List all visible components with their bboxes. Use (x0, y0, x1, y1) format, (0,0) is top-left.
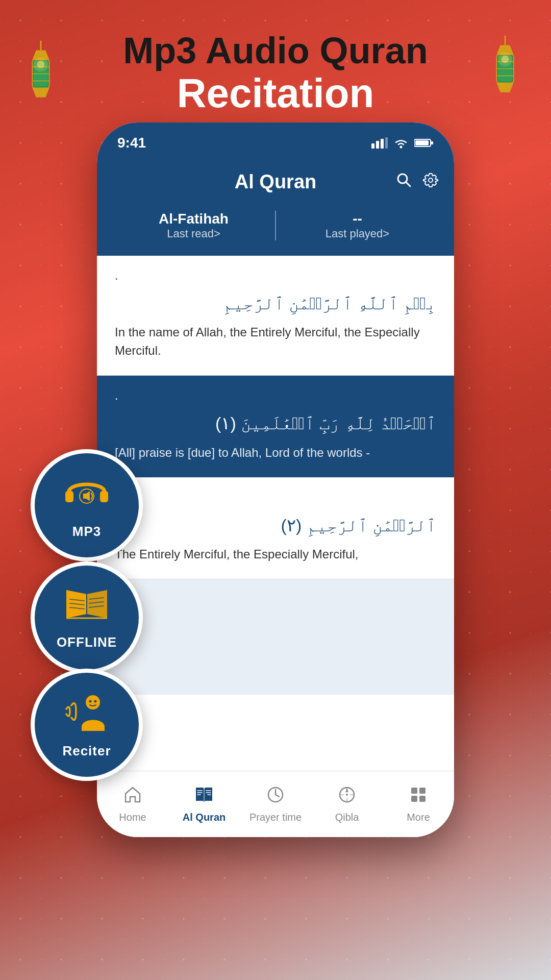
nav-quran[interactable]: Al Quran (168, 786, 240, 823)
verse-translation-3: The Entirely Merciful, the Especially Me… (115, 545, 436, 564)
verse-arabic-1: بِسۡمِ ٱللَّهِ ٱلرَّحۡمَٰنِ ٱلرَّحِيمِ (115, 289, 436, 317)
svg-rect-23 (376, 141, 379, 149)
svg-point-62 (94, 700, 97, 702)
mp3-label: MP3 (72, 524, 101, 540)
home-icon (123, 786, 142, 808)
status-bar: 9:41 (97, 122, 454, 163)
svg-rect-29 (415, 140, 429, 145)
nav-prayer-label: Prayer time (249, 812, 302, 823)
reciter-icon (64, 691, 110, 739)
last-read-label: Last read> (117, 227, 270, 240)
last-divider (275, 211, 276, 240)
verse-translation-2: [All] praise is [due] to Allah, Lord of … (115, 444, 436, 462)
nav-qibla[interactable]: Qibla (311, 786, 383, 823)
svg-point-61 (89, 700, 92, 702)
svg-rect-44 (411, 788, 417, 794)
nav-home-label: Home (119, 812, 146, 823)
quran-icon (194, 786, 214, 808)
verse-card-2[interactable]: · ٱلۡحَمۡدُ لِلَّهِ رَبِّ ٱلۡعَٰلَمِينَ … (97, 376, 454, 477)
svg-rect-47 (419, 796, 425, 802)
app-header: Al Quran (97, 163, 454, 206)
reciter-label: Reciter (62, 743, 111, 759)
phone-frame: 9:41 (97, 122, 454, 837)
verse-card-3[interactable]: · ٱلرَّحۡمَٰنِ ٱلرَّحِيمِ (٢) The Entire… (97, 478, 454, 579)
phone-container: 9:41 (97, 122, 454, 837)
svg-marker-43 (345, 789, 348, 792)
nav-qibla-label: Qibla (335, 812, 359, 823)
prayer-icon (266, 786, 285, 808)
feature-circle-mp3[interactable]: MP3 (31, 449, 143, 561)
nav-home[interactable]: Home (97, 786, 168, 823)
status-notch (235, 128, 316, 145)
svg-rect-48 (65, 491, 73, 502)
settings-icon[interactable] (422, 172, 439, 192)
content-area: · بِسۡمِ ٱللَّهِ ٱلرَّحۡمَٰنِ ٱلرَّحِيمِ… (97, 256, 454, 695)
last-played-section[interactable]: -- Last played> (281, 211, 434, 240)
bottom-nav: Home Al Quran (97, 771, 454, 837)
verse-card-1[interactable]: · بِسۡمِ ٱللَّهِ ٱلرَّحۡمَٰنِ ٱلرَّحِيمِ… (97, 256, 454, 376)
header-icons (396, 172, 439, 192)
svg-rect-28 (431, 141, 433, 144)
verse-dot-3: · (115, 493, 436, 507)
verse-dot-2: · (115, 391, 436, 405)
last-played-label: Last played> (281, 227, 434, 240)
verse-arabic-2: ٱلۡحَمۡدُ لِلَّهِ رَبِّ ٱلۡعَٰلَمِينَ (١… (115, 409, 436, 437)
nav-prayer[interactable]: Prayer time (240, 786, 311, 823)
feature-circle-offline[interactable]: OFFLINE (31, 561, 143, 674)
last-played-title: -- (281, 211, 434, 227)
title-line1: Mp3 Audio Quran (0, 31, 551, 71)
more-icon (409, 786, 428, 808)
svg-rect-45 (419, 788, 425, 794)
nav-more[interactable]: More (383, 786, 454, 823)
svg-line-36 (276, 795, 279, 797)
svg-point-60 (86, 695, 100, 709)
last-read-title: Al-Fatihah (117, 211, 270, 227)
svg-line-31 (406, 182, 410, 186)
feature-circle-reciter[interactable]: Reciter (31, 669, 143, 781)
last-read-section[interactable]: Al-Fatihah Last read> (117, 211, 270, 240)
svg-rect-46 (411, 796, 417, 802)
search-icon[interactable] (396, 172, 412, 192)
offline-icon (64, 585, 110, 630)
status-icons (371, 137, 434, 149)
nav-quran-label: Al Quran (183, 812, 226, 823)
svg-point-38 (346, 794, 348, 796)
verse-translation-1: In the name of Allah, the Entirely Merci… (115, 323, 436, 360)
svg-rect-22 (371, 143, 374, 149)
offline-label: OFFLINE (57, 634, 117, 650)
last-bar: Al-Fatihah Last read> -- Last played> (97, 206, 454, 256)
svg-point-26 (400, 146, 403, 149)
svg-rect-49 (100, 491, 108, 502)
nav-more-label: More (407, 812, 430, 823)
svg-rect-25 (385, 137, 388, 149)
title-area: Mp3 Audio Quran Recitation (0, 31, 551, 116)
verse-arabic-3: ٱلرَّحۡمَٰنِ ٱلرَّحِيمِ (٢) (115, 511, 436, 539)
app-title: Al Quran (235, 171, 316, 193)
mp3-icon (61, 472, 112, 520)
svg-rect-24 (381, 139, 384, 149)
status-time: 9:41 (117, 135, 146, 151)
qibla-icon (338, 786, 356, 808)
svg-point-32 (429, 178, 433, 182)
title-line2: Recitation (0, 71, 551, 116)
verse-dot-1: · (115, 271, 436, 285)
